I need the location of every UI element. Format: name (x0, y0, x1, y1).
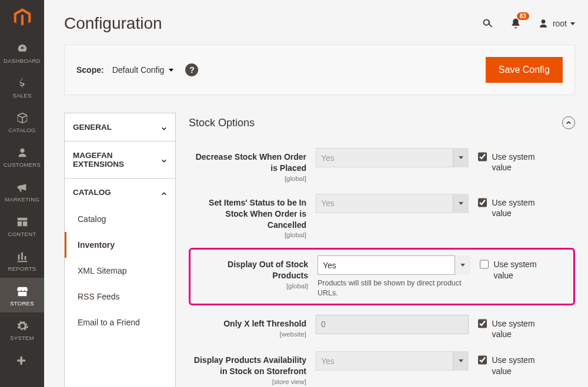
section-title[interactable]: Stock Options (189, 117, 255, 129)
use-system-label: Use system value (492, 355, 554, 376)
display-availability-select: Yes (316, 351, 469, 371)
nav-content[interactable]: CONTENT (0, 208, 44, 243)
field-decrease-stock: Decrease Stock When Order is Placed [glo… (189, 142, 575, 188)
scope-select[interactable]: Default Config (112, 65, 174, 75)
magento-logo[interactable] (0, 0, 44, 35)
use-system-value-checkbox-wrap[interactable]: Use system value (478, 315, 554, 339)
layout-icon (0, 216, 44, 228)
config-link-inventory[interactable]: Inventory (65, 232, 175, 258)
chevron-down-icon (169, 69, 173, 72)
field-label: Set Items' Status to be In Stock When Or… (189, 197, 306, 231)
use-system-label: Use system value (492, 197, 554, 218)
display-oos-select[interactable]: Yes (318, 255, 470, 275)
user-menu[interactable]: root (537, 18, 575, 29)
page-title: Configuration (64, 14, 162, 33)
field-input-col: Yes (316, 351, 469, 371)
decrease-stock-select: Yes (316, 148, 469, 167)
field-scope: [store view] (189, 378, 306, 385)
config-nav-items: Catalog Inventory XML Sitemap RSS Feeds … (65, 206, 175, 335)
use-system-checkbox[interactable] (478, 319, 487, 328)
field-display-availability: Display Products Availability in Stock o… (189, 345, 575, 387)
field-input-col (316, 315, 469, 334)
use-system-checkbox[interactable] (478, 198, 487, 207)
field-label-col: Decrease Stock When Order is Placed [glo… (189, 148, 306, 182)
config-link-catalog[interactable]: Catalog (65, 206, 175, 232)
chevron-up-icon (566, 120, 572, 126)
config-section-head-magefan[interactable]: MAGEFAN EXTENSIONS (65, 142, 175, 178)
config-nav: GENERAL MAGEFAN EXTENSIONS CATALOG Catal… (64, 113, 176, 387)
config-section-catalog: CATALOG Catalog Inventory XML Sitemap RS… (65, 179, 175, 335)
save-config-button[interactable]: Save Config (486, 57, 563, 83)
field-scope: [global] (189, 175, 306, 182)
nav-reports[interactable]: REPORTS (0, 243, 44, 278)
use-system-value-checkbox-wrap[interactable]: Use system value (478, 194, 554, 218)
set-instock-cancel-select: Yes (316, 194, 469, 213)
config-section-head-catalog[interactable]: CATALOG (65, 179, 175, 206)
nav-dashboard[interactable]: DASHBOARD (0, 35, 44, 70)
use-system-value-checkbox-wrap[interactable]: Use system value (478, 351, 554, 376)
field-input-col: Yes (316, 194, 469, 213)
use-system-label: Use system value (492, 152, 554, 173)
config-section-label: CATALOG (73, 188, 111, 197)
config-link-emailfriend[interactable]: Email to a Friend (65, 309, 175, 335)
field-set-instock-cancel: Set Items' Status to be In Stock When Or… (189, 188, 575, 245)
store-icon (0, 285, 44, 298)
field-label-col: Only X left Threshold [website] (189, 315, 306, 338)
help-icon[interactable]: ? (185, 63, 198, 76)
nav-label: CUSTOMERS (0, 161, 44, 168)
person-icon (0, 146, 44, 159)
use-system-checkbox[interactable] (480, 260, 489, 269)
scope-label: Scope: (76, 65, 104, 75)
field-scope: [global] (191, 282, 308, 290)
field-label-col: Set Items' Status to be In Stock When Or… (189, 194, 306, 239)
gauge-icon (0, 42, 44, 55)
field-label: Decrease Stock When Order is Placed (189, 152, 306, 174)
chevron-up-icon (161, 190, 167, 196)
use-system-value-checkbox-wrap[interactable]: Use system value (480, 255, 556, 280)
nav-marketing[interactable]: MARKETING (0, 174, 44, 208)
search-button[interactable] (481, 17, 494, 30)
chevron-down-icon (161, 124, 167, 130)
config-link-rssfeeds[interactable]: RSS Feeds (65, 284, 175, 309)
scope-left: Scope: Default Config ? (76, 63, 198, 76)
admin-sidebar: DASHBOARD SALES CATALOG CUSTOMERS MARKET… (0, 0, 44, 387)
nav-catalog[interactable]: CATALOG (0, 105, 44, 139)
field-note: Products will still be shown by direct p… (318, 278, 470, 298)
nav-stores[interactable]: STORES (0, 278, 44, 312)
bars-icon (0, 250, 44, 263)
nav-label: CONTENT (0, 231, 44, 237)
nav-sales[interactable]: SALES (0, 70, 44, 105)
only-x-left-input (316, 315, 469, 334)
nav-partners[interactable] (0, 347, 44, 375)
field-display-oos: Display Out of Stock Products [global] Y… (191, 255, 570, 298)
gear-icon (0, 319, 44, 332)
use-system-value-checkbox-wrap[interactable]: Use system value (478, 148, 554, 173)
avatar-icon (537, 18, 549, 29)
config-form: Stock Options Decrease Stock When Order … (189, 113, 575, 387)
puzzle-icon (0, 354, 44, 367)
config-section-label: MAGEFAN EXTENSIONS (73, 151, 161, 169)
topbar: Configuration 83 root (44, 0, 588, 45)
nav-label: MARKETING (0, 196, 44, 203)
config-link-xmlsitemap[interactable]: XML Sitemap (65, 258, 175, 284)
config-section-head-general[interactable]: GENERAL (65, 113, 175, 141)
field-label-col: Display Products Availability in Stock o… (189, 351, 306, 385)
field-input-col: Yes Products will still be shown by dire… (318, 255, 470, 298)
nav-system[interactable]: SYSTEM (0, 312, 44, 347)
section-head: Stock Options (189, 113, 575, 142)
scope-bar: Scope: Default Config ? Save Config (64, 45, 575, 95)
use-system-checkbox[interactable] (478, 152, 487, 161)
field-scope: [website] (189, 331, 306, 338)
config-section-label: GENERAL (73, 123, 112, 132)
config-section-magefan: MAGEFAN EXTENSIONS (65, 142, 175, 179)
chevron-down-icon (161, 157, 167, 163)
use-system-checkbox[interactable] (478, 355, 487, 365)
field-label: Only X left Threshold (189, 318, 306, 329)
search-icon (481, 17, 494, 30)
notifications-button[interactable]: 83 (509, 17, 522, 30)
field-scope: [global] (189, 231, 306, 238)
nav-customers[interactable]: CUSTOMERS (0, 139, 44, 174)
collapse-toggle[interactable] (562, 116, 575, 129)
field-label: Display Out of Stock Products (191, 259, 308, 281)
top-actions: 83 root (481, 17, 575, 30)
